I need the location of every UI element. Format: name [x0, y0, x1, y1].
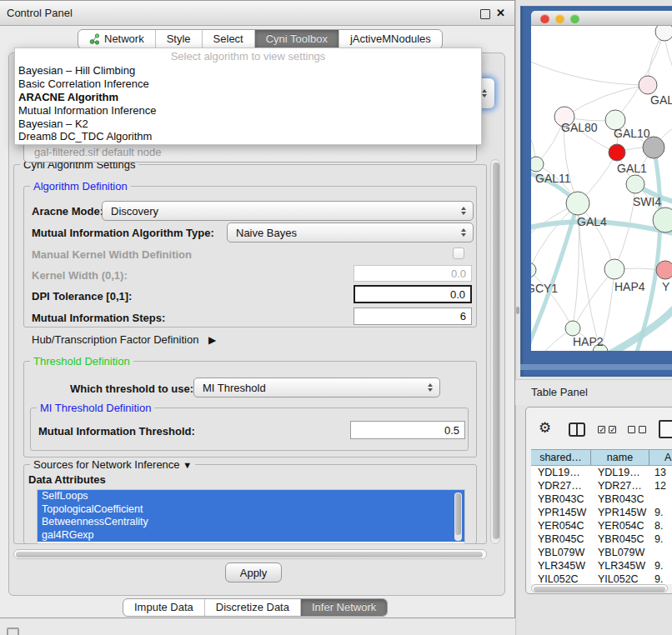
column-header-shared[interactable]: shared… — [531, 450, 591, 465]
mi-algorithm-type-value: Naive Bayes — [236, 227, 297, 239]
hub-definition-toggle[interactable]: Hub/Transcription Factor Definition ▶ — [32, 333, 216, 346]
tab-impute-data[interactable]: Impute Data — [123, 599, 205, 616]
kernel-width-label: Kernel Width (0,1): — [32, 269, 128, 282]
table-toolbar: ⚙✓✓ — [526, 416, 672, 444]
mac-zoom-button[interactable] — [570, 14, 579, 23]
dropdown-item-bayesian-hill-climbing[interactable]: Bayesian – Hill Climbing — [15, 64, 481, 78]
network-edge — [531, 203, 578, 270]
network-node-gal1[interactable] — [626, 175, 644, 193]
control-panel-window: Control Panel ✕ NetworkStyleSelectCyni T… — [0, 0, 515, 618]
network-canvas[interactable]: GALGAL80GAL10GAL1GAL11GAL4SWI4HAP4YGCY1H… — [531, 26, 672, 351]
table-row[interactable]: YDR27…YDR27…12 — [531, 479, 672, 492]
network-node-hap4[interactable] — [604, 259, 624, 279]
table-row[interactable]: YBR045CYBR045C9. — [531, 532, 672, 546]
network-node-gcy1[interactable] — [531, 262, 536, 278]
table-row[interactable]: YLR345WYLR345W9. — [531, 559, 672, 572]
network-node-salmon[interactable] — [656, 261, 672, 279]
kernel-width-field[interactable]: 0.0 — [354, 265, 472, 282]
aracne-mode-combo[interactable]: Discovery — [102, 201, 474, 221]
dropdown-item-basic-correlation-inference[interactable]: Basic Correlation Inference — [15, 78, 481, 91]
dropdown-item-aracne-algorithm[interactable]: ARACNE Algorithm — [15, 91, 481, 104]
checked-boxes-icon[interactable]: ✓✓ — [598, 426, 616, 433]
mi-threshold-field[interactable]: 0.5 — [350, 421, 465, 439]
tab-infer-network[interactable]: Infer Network — [301, 599, 387, 616]
node-label-gal4: GAL4 — [577, 215, 607, 228]
table-row[interactable]: YBL079WYBL079W — [531, 546, 672, 559]
attribute-item-gal4rgexp[interactable]: gal4RGexp — [38, 529, 464, 542]
tab-network[interactable]: Network — [78, 30, 156, 48]
table-row[interactable]: YDL19…YDL19…13 — [531, 466, 672, 479]
table-hscroll-thumb[interactable] — [534, 587, 665, 592]
table-horizontal-scrollbar[interactable] — [531, 584, 668, 592]
mi-steps-field[interactable]: 6 — [354, 308, 472, 325]
close-icon[interactable]: ✕ — [496, 7, 505, 19]
table-row[interactable]: YPR145WYPR145W9. — [531, 506, 672, 519]
dropdown-placeholder: Select algorithm to view settings — [15, 48, 481, 64]
network-node-gal4[interactable] — [566, 192, 589, 215]
settings-horizontal-scrollbar[interactable] — [13, 549, 487, 559]
sources-title-label: Sources for Network Inference — [33, 458, 180, 471]
dropdown-item-mutual-information-inference[interactable]: Mutual Information Inference — [15, 104, 481, 118]
network-edge — [531, 59, 648, 85]
tab-cyni-toolbox[interactable]: Cyni Toolbox — [255, 30, 339, 48]
mi-algorithm-type-combo[interactable]: Naive Bayes — [227, 222, 474, 242]
column-header-a[interactable]: A — [649, 450, 672, 465]
table-row[interactable]: YER054CYER054C8. — [531, 519, 672, 532]
mac-close-button[interactable] — [540, 14, 549, 23]
dropdown-item-dream8-dc-tdc-algorithm[interactable]: Dream8 DC_TDC Algorithm — [15, 130, 481, 143]
mi-steps-label: Mutual Information Steps: — [32, 312, 165, 324]
sources-group-title[interactable]: Sources for Network Inference ▼ — [30, 458, 195, 471]
mac-minimize-button[interactable] — [555, 14, 564, 23]
checkbox-glyph — [639, 426, 646, 433]
network-node-gal-cut[interactable] — [639, 76, 657, 94]
network-node-hap2[interactable] — [565, 321, 580, 336]
algorithm-definition-title: Algorithm Definition — [30, 180, 131, 192]
collapsed-panel-icon[interactable] — [7, 628, 19, 635]
attributes-list-scrollbar[interactable] — [454, 492, 462, 541]
node-label-gal80: GAL80 — [561, 121, 598, 134]
table-cell: YDR27… — [531, 479, 591, 492]
network-node-red-node[interactable] — [609, 144, 625, 161]
file-icon[interactable] — [659, 420, 672, 438]
table-cell: YBR043C — [531, 492, 591, 506]
attributes-scrollbar-thumb[interactable] — [455, 493, 461, 535]
table-row[interactable]: YIL052CYIL052C9. — [531, 572, 672, 584]
float-window-icon[interactable] — [480, 9, 490, 19]
unchecked-boxes-icon[interactable] — [628, 426, 646, 433]
settings-hscroll-thumb[interactable] — [16, 552, 483, 558]
tab-discretize-data[interactable]: Discretize Data — [205, 599, 301, 616]
node-label-gal: GAL — [650, 93, 672, 107]
tab-select[interactable]: Select — [203, 30, 255, 48]
table-cell: YLR345W — [591, 559, 649, 572]
apply-button[interactable]: Apply — [225, 562, 282, 582]
data-attributes-label: Data Attributes — [28, 473, 106, 486]
dpi-tolerance-field[interactable]: 0.0 — [354, 285, 472, 303]
network-edge — [564, 85, 648, 117]
panel-divider-handle[interactable] — [516, 307, 519, 314]
node-label-gal11: GAL11 — [535, 172, 571, 185]
table-row[interactable]: YBR043CYBR043C — [531, 492, 672, 506]
attribute-item-betweennesscentrality[interactable]: BetweennessCentrality — [38, 516, 464, 529]
settings-gear-icon[interactable]: ⚙ — [539, 419, 551, 437]
network-node-top-right[interactable] — [655, 26, 672, 41]
node-label-gcy1: GCY1 — [531, 282, 558, 295]
column-header-name[interactable]: name — [591, 450, 649, 465]
manual-kernel-width-label: Manual Kernel Width Definition — [32, 248, 192, 261]
attribute-item-selfloops[interactable]: SelfLoops — [38, 490, 464, 503]
columns-icon[interactable] — [569, 422, 585, 437]
manual-kernel-width-checkbox[interactable] — [453, 248, 464, 259]
data-attributes-list[interactable]: SelfLoopsTopologicalCoefficientBetweenne… — [37, 489, 465, 544]
attribute-item-topologicalcoefficient[interactable]: TopologicalCoefficient — [38, 503, 464, 517]
settings-vscroll-thumb[interactable] — [493, 162, 499, 539]
which-threshold-combo[interactable]: MI Threshold — [193, 378, 440, 398]
table-cell: YBL079W — [531, 546, 591, 559]
network-node-gal11[interactable] — [531, 157, 544, 172]
network-window-titlebar[interactable] — [531, 11, 672, 26]
mi-algorithm-type-label: Mutual Information Algorithm Type: — [32, 227, 214, 239]
tab-label: Network — [104, 30, 144, 48]
tab-style[interactable]: Style — [156, 30, 203, 48]
tab-jactivemnodules[interactable]: jActiveMNodules — [339, 30, 442, 48]
settings-vertical-scrollbar[interactable] — [490, 159, 500, 544]
table-cell: YER054C — [531, 519, 591, 532]
dropdown-item-bayesian-k2[interactable]: Bayesian – K2 — [15, 118, 481, 131]
